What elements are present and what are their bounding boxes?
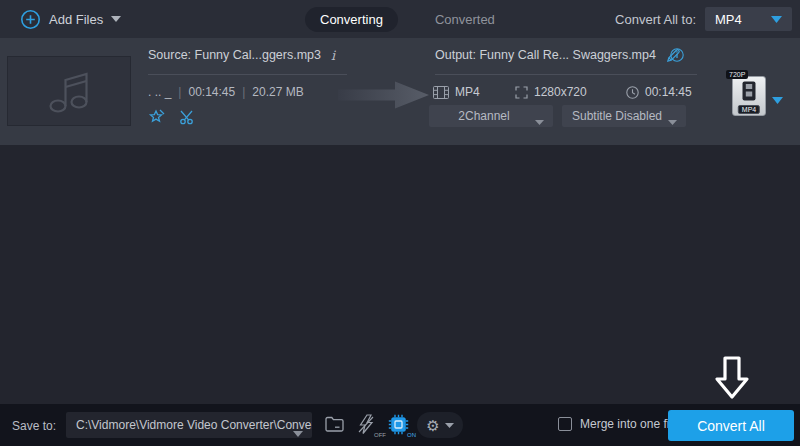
chevron-down-icon — [293, 423, 303, 441]
edit-tools — [148, 108, 196, 125]
top-toolbar: Add Files Converting Converted Convert A… — [0, 0, 800, 38]
gpu-accel-on-button[interactable]: ON — [388, 414, 413, 438]
output-profile-selector[interactable]: 720P MP4 — [726, 70, 784, 125]
convert-all-button[interactable]: Convert All — [668, 410, 794, 441]
output-duration-value: 00:14:45 — [645, 85, 692, 99]
save-to-label: Save to: — [12, 419, 56, 433]
meta-separator: | — [242, 85, 245, 99]
view-tabs: Converting Converted — [305, 0, 510, 38]
chevron-down-icon — [771, 16, 782, 23]
source-file-size: 20.27 MB — [252, 85, 303, 99]
convert-all-to-label: Convert All to: — [615, 12, 696, 27]
add-circle-icon — [20, 9, 41, 30]
settings-button[interactable]: ⚙ — [417, 412, 463, 438]
output-resolution-value: 1280x720 — [534, 85, 587, 99]
output-format-value: MP4 — [455, 85, 480, 99]
output-info-icon[interactable] — [670, 48, 684, 66]
tab-converted[interactable]: Converted — [420, 7, 510, 32]
convert-all-to-group: Convert All to: MP4 — [615, 0, 792, 38]
audio-channel-value: 2Channel — [458, 109, 509, 123]
source-meta-row: . .. _ | 00:14:45 | 20.27 MB — [148, 85, 304, 99]
meta-separator: | — [178, 85, 181, 99]
subtitle-value: Subtitle Disabled — [572, 109, 662, 123]
file-list-item[interactable]: Source: Funny Cal...ggers.mp3 i . .. _ |… — [0, 38, 800, 145]
source-title-row: Source: Funny Cal...ggers.mp3 i — [148, 46, 335, 64]
add-files-button[interactable]: Add Files — [20, 0, 121, 38]
bottom-toolbar: Save to: C:\Vidmore\Vidmore Video Conver… — [0, 404, 800, 446]
convert-all-to-value: MP4 — [715, 12, 742, 27]
source-to-output-arrow-icon — [338, 80, 430, 114]
chevron-down-icon — [668, 114, 677, 128]
save-path-select[interactable]: C:\Vidmore\Vidmore Video Converter\Conve… — [66, 412, 312, 438]
merge-checkbox[interactable] — [558, 417, 572, 431]
cut-scissors-icon[interactable] — [179, 108, 196, 125]
music-note-icon — [45, 65, 93, 117]
gear-icon: ⚙ — [426, 418, 439, 433]
file-list-empty-area — [0, 145, 800, 404]
hardware-accel-off-button[interactable]: OFF — [357, 414, 383, 438]
merge-into-one-file-option[interactable]: Merge into one file — [558, 417, 679, 431]
output-divider — [435, 74, 697, 75]
chevron-down-icon — [535, 114, 544, 128]
profile-thumbnail: MP4 — [732, 76, 766, 116]
chevron-down-icon — [772, 90, 783, 108]
source-divider — [148, 74, 347, 75]
chevron-down-icon — [445, 423, 454, 428]
gpu-on-label: ON — [407, 432, 416, 438]
add-files-label: Add Files — [49, 12, 103, 27]
source-meta-truncated: . .. _ — [148, 85, 171, 99]
audio-channel-select[interactable]: 2Channel — [429, 105, 553, 127]
convert-all-to-select[interactable]: MP4 — [705, 7, 792, 31]
source-filename: Source: Funny Cal...ggers.mp3 — [148, 48, 321, 62]
output-duration-group: 00:14:45 — [626, 84, 692, 100]
effect-star-edit-icon[interactable] — [148, 108, 166, 125]
file-thumbnail — [7, 56, 131, 126]
film-icon — [433, 86, 449, 99]
save-path-value: C:\Vidmore\Vidmore Video Converter\Conve… — [66, 412, 312, 438]
source-duration: 00:14:45 — [188, 85, 235, 99]
resolution-expand-icon — [515, 86, 528, 99]
source-info-icon[interactable]: i — [331, 48, 335, 63]
profile-format-badge: MP4 — [738, 105, 760, 114]
output-resolution-group: 1280x720 — [515, 84, 587, 100]
open-folder-button[interactable] — [324, 416, 345, 437]
vidmore-converter-window: Add Files Converting Converted Convert A… — [0, 0, 800, 446]
clock-icon — [626, 86, 639, 99]
tab-converting[interactable]: Converting — [305, 7, 398, 32]
hw-off-label: OFF — [374, 432, 386, 438]
merge-label: Merge into one file — [580, 417, 679, 431]
output-format-group: MP4 — [433, 84, 480, 100]
subtitle-select[interactable]: Subtitle Disabled — [562, 105, 686, 127]
chevron-down-icon — [111, 16, 121, 22]
output-title-row: Output: Funny Call Re... Swaggers.mp4 — [435, 46, 681, 64]
output-filename: Output: Funny Call Re... Swaggers.mp4 — [435, 48, 656, 62]
hint-down-arrow-icon — [712, 355, 752, 407]
profile-resolution-badge: 720P — [726, 70, 748, 79]
